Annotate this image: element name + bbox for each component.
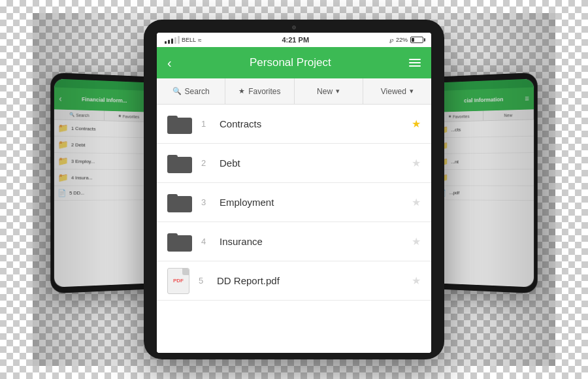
item-star-3[interactable]: ★ (412, 196, 421, 208)
toolbar: 🔍 Search ★ Favorites New ▾ Viewed ▾ (157, 78, 431, 105)
item-name-5: DD Report.pdf (217, 275, 402, 286)
right-item-5[interactable]: 📄 ...pdf (435, 186, 534, 201)
favorites-star-icon: ★ (238, 87, 245, 95)
wifi-icon: ≈ (198, 37, 202, 44)
left-folder-icon-1: 📁 (57, 123, 68, 133)
list-item-5[interactable]: PDF 5 DD Report.pdf ★ (157, 261, 431, 301)
folder-icon-3 (167, 193, 192, 212)
status-bar: BELL ≈ 4:21 PM ℘ 22% (157, 33, 431, 47)
item-star-4[interactable]: ★ (412, 235, 421, 248)
status-right: ℘ 22% (389, 37, 423, 43)
tablet-camera (292, 25, 296, 29)
right-new-btn[interactable]: New (483, 109, 534, 120)
viewed-button[interactable]: Viewed ▾ (363, 78, 431, 104)
list-item-1[interactable]: 1 Contracts ★ (157, 105, 431, 144)
left-item-2-text: 2 Debt (71, 142, 86, 148)
tablet-top-bar (144, 20, 444, 31)
left-back-btn[interactable]: ‹ (59, 93, 61, 103)
item-star-5[interactable]: ★ (412, 274, 421, 287)
left-folder-icon-2: 📁 (57, 139, 68, 149)
right-item-4[interactable]: 📁 (435, 169, 534, 186)
menu-line-3 (409, 65, 421, 67)
right-phone: ‹ cial Information ≡ ★ Favorites New 📁 .… (432, 73, 538, 293)
battery-pct: 22% (396, 37, 408, 43)
item-number-3: 3 (201, 197, 210, 207)
left-folder-icon-3: 📁 (57, 156, 68, 166)
left-star-icon: ★ (118, 114, 122, 118)
item-name-3: Employment (220, 197, 402, 208)
left-item-1[interactable]: 📁 1 Contracts (54, 120, 153, 138)
new-label: New (317, 87, 333, 96)
item-number-2: 2 (201, 158, 210, 168)
right-app-header: ‹ cial Information ≡ (435, 88, 534, 112)
signal-bar-2 (168, 40, 170, 44)
left-item-5[interactable]: 📄 5 DD... (54, 186, 153, 201)
left-item-5-text: 5 DD... (69, 190, 84, 195)
right-header-title: cial Information (464, 96, 503, 103)
viewed-label: Viewed (381, 87, 406, 96)
left-item-4[interactable]: 📁 4 Insura... (54, 169, 153, 186)
right-item-5-text: ...pdf (449, 190, 460, 195)
file-list: 1 Contracts ★ 2 Debt ★ 3 Employment ★ (157, 105, 431, 353)
favorites-label: Favorites (248, 87, 280, 96)
new-button[interactable]: New ▾ (295, 78, 363, 104)
carrier-name: BELL (182, 37, 196, 43)
search-icon: 🔍 (172, 87, 182, 95)
item-star-1[interactable]: ★ (412, 118, 421, 130)
item-number-4: 4 (201, 237, 210, 246)
folder-icon-1 (167, 114, 192, 134)
left-search-btn[interactable]: 🔍 Search (54, 109, 105, 120)
scene: ‹ Financial Inform... ≡ 🔍 Search ★ Favor… (33, 13, 555, 366)
search-button[interactable]: 🔍 Search (157, 78, 225, 104)
right-item-1-text: ...cts (451, 127, 461, 133)
signal-bar-4 (174, 37, 176, 44)
menu-button[interactable] (409, 59, 421, 67)
right-item-2[interactable]: 📁 (435, 137, 534, 154)
menu-line-2 (409, 62, 421, 63)
main-tablet: BELL ≈ 4:21 PM ℘ 22% ‹ Personal Project (144, 20, 444, 359)
tablet-screen: BELL ≈ 4:21 PM ℘ 22% ‹ Personal Project (157, 33, 431, 353)
bluetooth-icon: ℘ (389, 37, 393, 43)
right-menu-btn[interactable]: ≡ (525, 94, 529, 103)
search-label: Search (185, 87, 210, 96)
app-header: ‹ Personal Project (157, 47, 431, 78)
new-chevron-icon: ▾ (336, 87, 340, 95)
battery-fill (412, 38, 414, 42)
battery-icon (410, 37, 423, 43)
viewed-chevron-icon: ▾ (410, 87, 414, 95)
status-time: 4:21 PM (282, 36, 309, 44)
left-phone-screen: ‹ Financial Inform... ≡ 🔍 Search ★ Favor… (54, 78, 153, 287)
item-name-4: Insurance (220, 236, 402, 247)
menu-line-1 (409, 59, 421, 60)
list-item-2[interactable]: 2 Debt ★ (157, 144, 431, 183)
favorites-button[interactable]: ★ Favorites (225, 78, 294, 104)
left-header-title: Financial Inform... (82, 96, 127, 104)
left-item-4-text: 4 Insura... (71, 174, 93, 180)
right-item-1[interactable]: 📁 ...cts (435, 120, 534, 138)
right-star-icon: ★ (448, 114, 451, 119)
list-item-4[interactable]: 4 Insurance ★ (157, 222, 431, 261)
left-folder-icon-4: 📁 (57, 173, 68, 182)
item-number-1: 1 (201, 119, 210, 129)
right-item-3[interactable]: 📁 ...nt (435, 153, 534, 170)
list-item-3[interactable]: 3 Employment ★ (157, 183, 431, 222)
right-item-3-text: ...nt (451, 159, 459, 164)
folder-icon-2 (167, 154, 192, 173)
signal-bar-3 (171, 39, 173, 44)
left-item-3[interactable]: 📁 3 Employ... (54, 153, 153, 170)
folder-icon-4 (167, 232, 192, 252)
left-item-2[interactable]: 📁 2 Debt (54, 137, 153, 154)
left-phone: ‹ Financial Inform... ≡ 🔍 Search ★ Favor… (50, 73, 156, 293)
page-title: Personal Project (250, 56, 331, 69)
back-button[interactable]: ‹ (167, 56, 172, 71)
item-number-5: 5 (199, 276, 208, 286)
item-star-2[interactable]: ★ (412, 157, 421, 169)
right-phone-screen: ‹ cial Information ≡ ★ Favorites New 📁 .… (435, 78, 534, 287)
left-app-header: ‹ Financial Inform... ≡ (54, 88, 153, 112)
signal-area: BELL ≈ (165, 36, 202, 44)
left-search-icon: 🔍 (69, 112, 74, 118)
signal-bar-5 (178, 36, 180, 44)
pdf-icon-5: PDF (167, 268, 189, 294)
left-item-3-text: 3 Employ... (71, 158, 95, 164)
item-name-1: Contracts (220, 118, 402, 129)
